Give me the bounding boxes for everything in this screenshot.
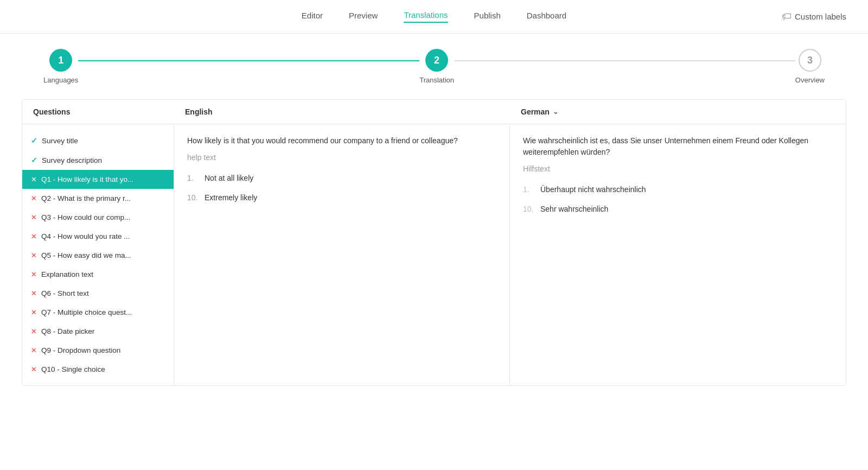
check-icon: ✓: [31, 136, 37, 145]
step-label-translation: Translation: [419, 76, 454, 84]
cross-icon: ✕: [31, 308, 37, 316]
cross-icon: ✕: [31, 365, 37, 373]
nav-preview[interactable]: Preview: [349, 11, 378, 22]
question-label: Q6 - Short text: [41, 289, 89, 297]
english-answers: 1. Not at all likely 10. Extremely likel…: [187, 170, 496, 205]
cross-icon: ✕: [31, 213, 37, 221]
question-label: Q10 - Single choice: [41, 365, 105, 373]
header-questions: Questions: [22, 100, 174, 124]
english-answer-num-1: 1.: [187, 174, 200, 182]
step-translation[interactable]: 2 Translation: [419, 49, 454, 84]
cross-icon: ✕: [31, 327, 37, 335]
german-question-text: Wie wahrscheinlich ist es, dass Sie unse…: [523, 135, 833, 158]
english-question-text: How likely is it that you would recommen…: [187, 135, 496, 147]
step-line-1: [78, 60, 419, 61]
custom-labels-text: Custom labels: [795, 12, 846, 21]
chevron-down-icon: ⌄: [553, 108, 558, 116]
nav-translations[interactable]: Translations: [404, 10, 448, 23]
tag-icon: 🏷: [782, 11, 792, 22]
nav-dashboard[interactable]: Dashboard: [527, 11, 566, 22]
english-answer-text-10: Extremely likely: [205, 193, 257, 202]
german-answer-text-10: Sehr wahrscheinlich: [540, 205, 608, 213]
german-answer-num-1: 1.: [523, 185, 536, 194]
step-label-languages: Languages: [43, 76, 78, 84]
step-circle-2: 2: [425, 49, 448, 72]
german-answer-num-10: 10.: [523, 205, 536, 213]
question-label: Q5 - How easy did we ma...: [41, 251, 131, 259]
nav-editor[interactable]: Editor: [302, 11, 323, 22]
question-item-q8[interactable]: ✕Q8 - Date picker: [22, 322, 174, 341]
cross-icon: ✕: [31, 175, 37, 183]
question-item-q6[interactable]: ✕Q6 - Short text: [22, 284, 174, 303]
english-help-text: help text: [187, 153, 496, 162]
cross-icon: ✕: [31, 346, 37, 354]
question-item-q9[interactable]: ✕Q9 - Dropdown question: [22, 341, 174, 360]
english-answer-10: 10. Extremely likely: [187, 190, 496, 205]
german-answers: 1. Überhaupt nicht wahrscheinlich 10. Se…: [523, 182, 833, 217]
question-label: Q3 - How could our comp...: [41, 213, 130, 221]
german-answer-text-1: Überhaupt nicht wahrscheinlich: [540, 185, 646, 194]
question-item-survey-title[interactable]: ✓Survey title: [22, 131, 174, 150]
english-answer-text-1: Not at all likely: [205, 174, 253, 182]
german-answer-10: 10. Sehr wahrscheinlich: [523, 201, 833, 217]
question-label: Survey title: [42, 137, 78, 145]
header-english: English: [174, 100, 510, 124]
step-languages[interactable]: 1 Languages: [43, 49, 78, 84]
question-item-explanation[interactable]: ✕Explanation text: [22, 265, 174, 284]
german-column: Wie wahrscheinlich ist es, dass Sie unse…: [510, 124, 846, 385]
question-item-q3[interactable]: ✕Q3 - How could our comp...: [22, 208, 174, 227]
step-overview[interactable]: 3 Overview: [795, 49, 825, 84]
english-answer-num-10: 10.: [187, 193, 200, 202]
question-label: Q7 - Multiple choice quest...: [41, 308, 132, 316]
german-label: German: [521, 107, 550, 116]
question-label: Survey description: [42, 156, 102, 164]
cross-icon: ✕: [31, 232, 37, 240]
step-circle-1: 1: [49, 49, 72, 72]
question-item-q2[interactable]: ✕Q2 - What is the primary r...: [22, 189, 174, 208]
nav-items: Editor Preview Translations Publish Dash…: [302, 10, 566, 23]
question-item-q4[interactable]: ✕Q4 - How would you rate ...: [22, 227, 174, 246]
question-item-q1[interactable]: ✕Q1 - How likely is it that yo...: [22, 170, 174, 189]
question-item-survey-description[interactable]: ✓Survey description: [22, 150, 174, 170]
english-answer-1: 1. Not at all likely: [187, 170, 496, 186]
german-help-text: Hilfstext: [523, 164, 833, 173]
check-icon: ✓: [31, 156, 37, 164]
steps-bar: 1 Languages 2 Translation 3 Overview: [0, 34, 868, 99]
english-column: How likely is it that you would recommen…: [174, 124, 510, 385]
question-label: Q9 - Dropdown question: [41, 346, 120, 354]
step-label-overview: Overview: [795, 76, 825, 84]
question-item-q5[interactable]: ✕Q5 - How easy did we ma...: [22, 246, 174, 265]
question-label: Q1 - How likely is it that yo...: [41, 175, 133, 183]
translation-table: Questions English German ⌄ ✓Survey title…: [22, 99, 846, 386]
step-circle-3: 3: [799, 49, 821, 72]
custom-labels-button[interactable]: 🏷 Custom labels: [782, 11, 846, 22]
step-line-2: [454, 60, 795, 61]
cross-icon: ✕: [31, 289, 37, 297]
top-navigation: Editor Preview Translations Publish Dash…: [0, 0, 868, 34]
table-body: ✓Survey title✓Survey description✕Q1 - Ho…: [22, 124, 846, 385]
question-label: Q8 - Date picker: [41, 327, 94, 335]
question-label: Q2 - What is the primary r...: [41, 194, 131, 202]
question-item-q7[interactable]: ✕Q7 - Multiple choice quest...: [22, 303, 174, 322]
cross-icon: ✕: [31, 194, 37, 202]
header-german[interactable]: German ⌄: [510, 100, 846, 124]
question-label: Explanation text: [41, 270, 93, 278]
questions-column: ✓Survey title✓Survey description✕Q1 - Ho…: [22, 124, 174, 385]
question-item-q10[interactable]: ✕Q10 - Single choice: [22, 360, 174, 379]
main-content: Questions English German ⌄ ✓Survey title…: [0, 99, 868, 408]
nav-publish[interactable]: Publish: [474, 11, 501, 22]
question-label: Q4 - How would you rate ...: [41, 232, 130, 240]
table-header: Questions English German ⌄: [22, 100, 846, 124]
cross-icon: ✕: [31, 251, 37, 259]
german-answer-1: 1. Überhaupt nicht wahrscheinlich: [523, 182, 833, 197]
cross-icon: ✕: [31, 270, 37, 278]
